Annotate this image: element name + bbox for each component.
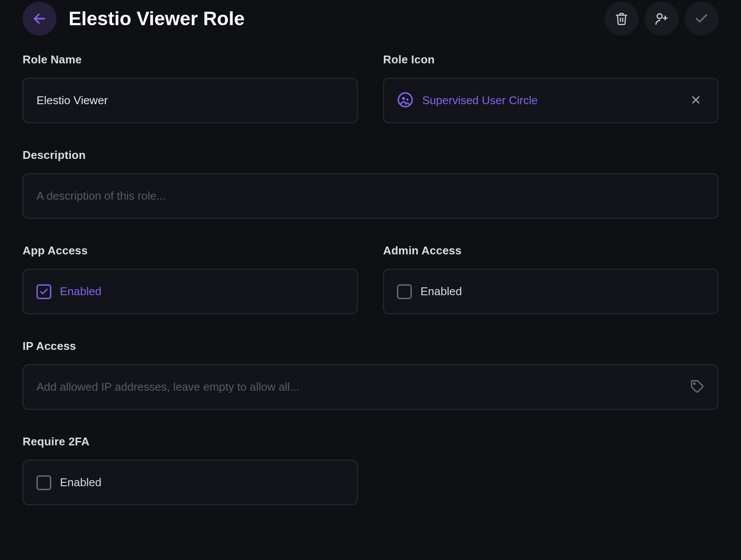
- back-button[interactable]: [23, 2, 56, 36]
- svg-point-6: [406, 98, 408, 100]
- role-form: Role Name Role Icon Supervised User Circ…: [23, 53, 718, 505]
- header-actions: [605, 2, 718, 36]
- add-user-button[interactable]: [645, 2, 678, 36]
- role-name-label: Role Name: [23, 53, 358, 66]
- role-icon-label: Role Icon: [383, 53, 718, 66]
- require-2fa-checkbox-label: Enabled: [60, 476, 101, 489]
- role-name-input[interactable]: [36, 94, 344, 107]
- app-access-label: App Access: [23, 244, 358, 257]
- admin-access-control[interactable]: Enabled: [383, 269, 718, 314]
- description-field: Description: [23, 148, 718, 219]
- check-icon: [694, 11, 709, 26]
- role-name-field: Role Name: [23, 53, 358, 123]
- require-2fa-label: Require 2FA: [23, 435, 358, 448]
- app-access-control[interactable]: Enabled: [23, 269, 358, 314]
- require-2fa-checkbox[interactable]: [36, 475, 51, 490]
- svg-point-4: [398, 93, 412, 107]
- app-access-checkbox[interactable]: [36, 284, 51, 299]
- admin-access-checkbox-label: Enabled: [420, 285, 462, 298]
- role-icon-value: Supervised User Circle: [422, 94, 538, 107]
- require-2fa-field: Require 2FA Enabled: [23, 435, 358, 505]
- role-name-control: [23, 78, 358, 123]
- app-access-field: App Access Enabled: [23, 244, 358, 314]
- close-icon: [690, 94, 702, 108]
- page-header: Elestio Viewer Role: [23, 0, 718, 53]
- tag-icon: [690, 379, 705, 395]
- admin-access-label: Admin Access: [383, 244, 718, 257]
- role-icon-select[interactable]: Supervised User Circle: [383, 78, 718, 123]
- page-title: Elestio Viewer Role: [69, 8, 605, 30]
- arrow-left-icon: [32, 11, 47, 26]
- supervised-user-circle-icon: [397, 92, 414, 110]
- save-button[interactable]: [685, 2, 718, 36]
- ip-access-field: IP Access: [23, 339, 718, 410]
- description-label: Description: [23, 148, 718, 162]
- ip-access-control: [23, 364, 718, 410]
- admin-access-checkbox[interactable]: [397, 284, 412, 299]
- svg-point-9: [694, 383, 695, 384]
- svg-point-1: [657, 14, 662, 19]
- description-control: [23, 173, 718, 219]
- description-input[interactable]: [36, 189, 705, 203]
- admin-access-field: Admin Access Enabled: [383, 244, 718, 314]
- trash-icon: [615, 12, 629, 26]
- app-access-checkbox-label: Enabled: [60, 285, 101, 298]
- role-icon-field: Role Icon Supervised User Circle: [383, 53, 718, 123]
- ip-access-input[interactable]: [36, 380, 690, 394]
- require-2fa-control[interactable]: Enabled: [23, 460, 358, 505]
- delete-button[interactable]: [605, 2, 638, 36]
- clear-icon-button[interactable]: [687, 92, 705, 109]
- user-plus-icon: [654, 11, 669, 26]
- ip-access-label: IP Access: [23, 339, 718, 353]
- svg-point-5: [402, 97, 405, 100]
- spacer: [383, 435, 718, 505]
